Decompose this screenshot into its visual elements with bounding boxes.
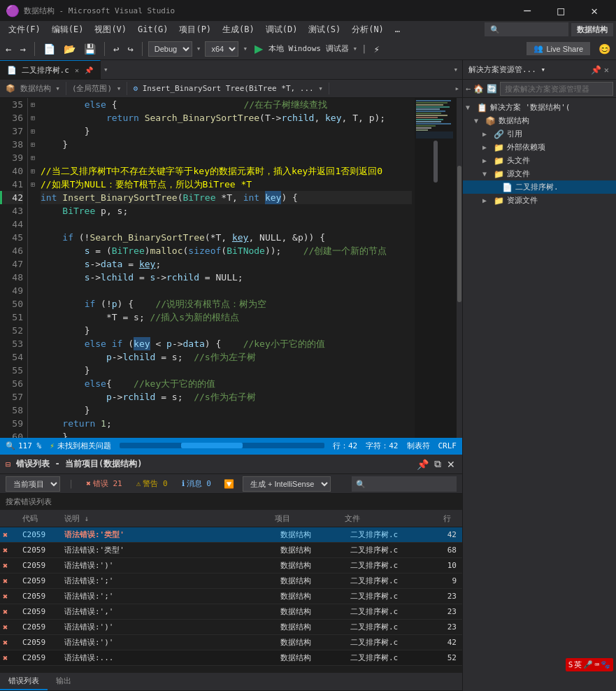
code-line: }: [41, 430, 412, 438]
tab-dropdown[interactable]: ▾: [101, 65, 111, 74]
scroll-thumb[interactable]: [457, 166, 461, 301]
col-code[interactable]: 代码: [20, 513, 62, 524]
pin-button[interactable]: 📌: [415, 457, 430, 471]
col-line[interactable]: 行: [426, 513, 454, 524]
toolbar-extra[interactable]: ⚡: [371, 42, 382, 56]
open-button[interactable]: 📂: [61, 42, 78, 56]
col-file[interactable]: 文件: [342, 513, 426, 524]
panel-pin-btn[interactable]: 📌: [589, 64, 603, 76]
warn-count-badge[interactable]: ⚠ 警告 0: [132, 477, 172, 490]
sol-home-btn[interactable]: 🏠: [473, 84, 484, 94]
tree-item-resources[interactable]: ▶ 📁 资源文件: [463, 194, 616, 207]
sol-refresh-btn[interactable]: 🔄: [487, 84, 497, 94]
error-row[interactable]: ✖ C2059 语法错误:')' 数据结构 二叉排序树.c 42: [0, 635, 462, 650]
col-desc[interactable]: 说明 ↓: [62, 513, 272, 524]
menu-view[interactable]: 视图(V): [89, 22, 132, 37]
tree-item-external[interactable]: ▶ 📁 外部依赖项: [463, 141, 616, 154]
ime-mic[interactable]: 🎤: [583, 660, 593, 669]
tab-output[interactable]: 输出: [48, 673, 80, 690]
new-file-button[interactable]: 📄: [41, 42, 58, 56]
platform-select[interactable]: x64: [205, 41, 238, 57]
save-button[interactable]: 💾: [81, 42, 99, 56]
panel-close-btn[interactable]: ✕: [603, 64, 610, 76]
error-search-row: 搜索错误列表: [0, 494, 462, 511]
live-share-icon: 👥: [533, 44, 543, 53]
redo-button[interactable]: ↪: [124, 42, 136, 56]
nav-expand-button[interactable]: ▸: [452, 84, 462, 93]
code-content[interactable]: else { //在右子树继续查找 return Search_BinarySo…: [38, 98, 415, 438]
undo-button[interactable]: ↩: [110, 42, 122, 56]
solution-search-input[interactable]: [500, 82, 613, 96]
error-count-badge[interactable]: ✖ 错误 21: [82, 477, 127, 490]
tab-error-list[interactable]: 错误列表: [0, 673, 48, 690]
menu-edit[interactable]: 编辑(E): [46, 22, 89, 37]
error-row[interactable]: ✖ C2059 语法错误:';' 数据结构 二叉排序树.c 9: [0, 574, 462, 589]
error-row[interactable]: ✖ C2059 语法错误:')' 数据结构 二叉排序树.c 10: [0, 558, 462, 574]
row-desc: 语法错误:')': [62, 637, 278, 648]
error-row[interactable]: ✖ C2059 语法错误:... 数据结构 二叉排序树.c 52: [0, 650, 462, 666]
live-share-button[interactable]: 👥 Live Share: [527, 42, 590, 55]
menu-build[interactable]: 生成(B): [217, 22, 260, 37]
debug-config-select[interactable]: Debug: [148, 41, 192, 57]
minimap-thumb[interactable]: [434, 141, 438, 183]
tree-item-headers[interactable]: ▶ 📁 头文件: [463, 154, 616, 167]
error-row[interactable]: ✖ C2059 语法错误:',' 数据结构 二叉排序树.c 23: [0, 604, 462, 620]
ime-indicator[interactable]: S 英 🎤 ⌨ 🐾: [566, 658, 613, 671]
menu-debug[interactable]: 调试(D): [260, 22, 303, 37]
error-filter-select[interactable]: 当前项目: [6, 476, 60, 492]
expand-icon: [491, 183, 499, 191]
filter-icon[interactable]: 🔽: [221, 479, 237, 489]
error-row[interactable]: ✖ C2059 语法错误:'类型' 数据结构 二叉排序树.c 68: [0, 543, 462, 558]
error-row[interactable]: ✖ C2059 语法错误:'类型' 数据结构 二叉排序树.c 42: [0, 527, 462, 543]
sol-back-btn[interactable]: ←: [466, 84, 471, 94]
ime-keyboard[interactable]: ⌨: [594, 660, 599, 669]
maximize-button[interactable]: □: [545, 0, 577, 21]
scope-selector[interactable]: 📦 数据结构 ▾: [0, 82, 66, 95]
menu-test[interactable]: 测试(S): [303, 22, 346, 37]
info-icon: ℹ: [182, 479, 185, 488]
code-editor[interactable]: 35 36 37 38 39 40 41 42 43 44 45 46 47 4…: [0, 98, 462, 438]
global-scope-selector[interactable]: (全局范围) ▾: [66, 82, 128, 95]
vertical-scrollbar[interactable]: [457, 98, 462, 438]
error-row[interactable]: ✖ C2059 语法错误:';' 数据结构 二叉排序树.c 23: [0, 589, 462, 604]
run-button[interactable]: ▶: [252, 41, 266, 57]
col-project[interactable]: 项目: [272, 513, 342, 524]
error-indicator[interactable]: ⚡ 未找到相关问题: [50, 441, 111, 451]
menu-more[interactable]: …: [389, 23, 406, 36]
float-button[interactable]: ⧉: [433, 457, 443, 471]
tree-item-solution[interactable]: ▼ 📋 解决方案 '数据结构'(: [463, 101, 616, 114]
h-scroll-thumb[interactable]: [181, 443, 243, 448]
close-button[interactable]: ✕: [578, 0, 610, 21]
panel-toggle-button[interactable]: ▾: [449, 65, 462, 74]
menu-analyze[interactable]: 分析(N): [346, 22, 389, 37]
menu-git[interactable]: Git(G): [132, 23, 173, 36]
menu-project[interactable]: 项目(P): [173, 22, 217, 37]
horizontal-scrollbar[interactable]: [120, 443, 324, 448]
ime-settings[interactable]: 🐾: [601, 660, 610, 669]
close-panel-button[interactable]: ✕: [445, 457, 457, 471]
search-box[interactable]: 🔍: [485, 22, 568, 36]
tree-item-sources[interactable]: ▼ 📁 源文件: [463, 167, 616, 180]
tab-close-icon[interactable]: ✕: [75, 66, 79, 74]
error-row[interactable]: ✖ C2059 语法错误:')' 数据结构 二叉排序树.c 23: [0, 620, 462, 635]
menu-file[interactable]: 文件(F): [3, 22, 46, 37]
row-line: 23: [431, 622, 459, 632]
live-share-label: Live Share: [546, 45, 583, 53]
file-label: 二叉排序树.: [515, 182, 559, 192]
tree-item-references[interactable]: ▶ 🔗 引用: [463, 127, 616, 141]
tree-item-project[interactable]: ▼ 📦 数据结构: [463, 114, 616, 127]
right-panel-header: 解决方案资源管... ▾ 📌 ✕: [463, 60, 616, 80]
tab-pin[interactable]: 📌: [85, 66, 93, 74]
tab-active[interactable]: 📄 二叉排序树.c ✕ 📌: [0, 60, 101, 80]
feedback-button[interactable]: 😊: [596, 42, 613, 56]
error-search-input[interactable]: [352, 476, 457, 492]
minimize-button[interactable]: ─: [511, 0, 543, 21]
tree-item-file[interactable]: 📄 二叉排序树.: [463, 180, 616, 194]
back-button[interactable]: ←: [3, 42, 14, 56]
function-selector[interactable]: ⚙ Insert_BinarySort Tree(BiTree *T, ... …: [127, 83, 329, 94]
ime-icon: S: [568, 660, 573, 669]
forward-button[interactable]: →: [17, 42, 28, 56]
build-filter-select[interactable]: 生成 + IntelliSense: [243, 476, 331, 492]
info-count-badge[interactable]: ℹ 消息 0: [178, 477, 215, 490]
zoom-indicator[interactable]: 🔍 117 %: [6, 441, 41, 450]
